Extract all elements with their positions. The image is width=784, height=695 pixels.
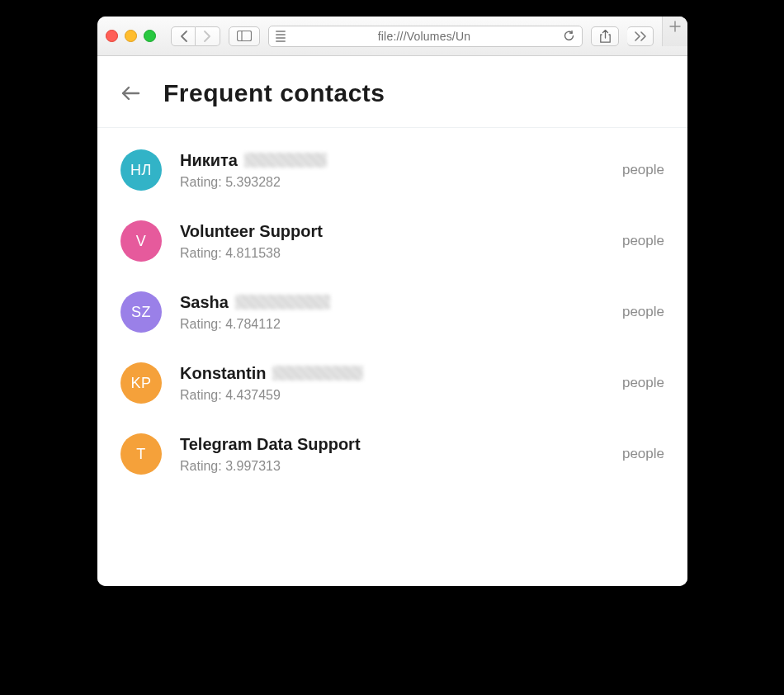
share-button[interactable] [591, 26, 619, 46]
window-titlebar: file:///Volumes/Un [97, 17, 687, 56]
browser-window: file:///Volumes/Un [97, 17, 687, 586]
plus-icon [669, 21, 681, 32]
minimize-window-button[interactable] [125, 30, 137, 42]
new-tab-button[interactable] [662, 17, 687, 46]
sidebar-icon [237, 31, 252, 41]
avatar: SZ [120, 291, 162, 333]
contact-type-tag: people [622, 162, 664, 178]
avatar: T [120, 433, 162, 475]
page-title: Frequent contacts [163, 79, 385, 107]
address-url: file:///Volumes/Un [294, 30, 555, 43]
contact-name: Volunteer Support [180, 222, 323, 241]
contact-rating: Rating: 4.437459 [180, 388, 604, 403]
contact-rating: Rating: 5.393282 [180, 175, 604, 190]
contact-type-tag: people [622, 375, 664, 391]
contact-main: Volunteer SupportRating: 4.811538 [180, 222, 604, 261]
contact-name: Telegram Data Support [180, 435, 361, 454]
contact-name-line: Konstantin [180, 364, 604, 383]
forward-button[interactable] [196, 26, 220, 46]
zoom-window-button[interactable] [144, 30, 156, 42]
back-button[interactable] [171, 26, 196, 46]
contact-name-line: Никита [180, 151, 604, 170]
toolbar-overflow-button[interactable] [627, 26, 654, 46]
redacted-surname [235, 295, 330, 310]
avatar: KP [120, 362, 162, 404]
avatar: V [120, 220, 162, 262]
contact-type-tag: people [622, 233, 664, 249]
contact-row[interactable]: VVolunteer SupportRating: 4.811538people [120, 206, 664, 277]
contact-name: Sasha [180, 293, 229, 312]
reload-icon [563, 30, 575, 42]
svg-rect-0 [238, 31, 252, 41]
contact-main: НикитаRating: 5.393282 [180, 151, 604, 190]
contact-main: KonstantinRating: 4.437459 [180, 364, 604, 403]
window-traffic-lights [106, 30, 156, 42]
page-header: Frequent contacts [97, 56, 687, 128]
arrow-left-icon [120, 85, 140, 102]
contact-name-line: Telegram Data Support [180, 435, 604, 454]
redacted-surname [244, 153, 327, 168]
contact-row[interactable]: KPKonstantinRating: 4.437459people [120, 348, 664, 418]
contact-row[interactable]: SZSashaRating: 4.784112people [120, 277, 664, 348]
nav-buttons [171, 26, 220, 46]
sidebar-toggle-button[interactable] [229, 26, 260, 46]
reload-button[interactable] [563, 30, 575, 42]
contact-main: Telegram Data SupportRating: 3.997313 [180, 435, 604, 474]
share-icon [600, 30, 611, 43]
redacted-surname [272, 366, 363, 381]
contact-name-line: Volunteer Support [180, 222, 604, 241]
contact-row[interactable]: НЛНикитаRating: 5.393282people [120, 135, 664, 206]
contact-name: Никита [180, 151, 238, 170]
contact-rating: Rating: 4.811538 [180, 246, 604, 261]
contact-name-line: Sasha [180, 293, 604, 312]
chevron-left-icon [180, 31, 187, 42]
contact-list: НЛНикитаRating: 5.393282peopleVVolunteer… [97, 128, 687, 496]
contact-type-tag: people [622, 446, 664, 462]
contact-rating: Rating: 4.784112 [180, 317, 604, 332]
close-window-button[interactable] [106, 30, 118, 42]
page-back-button[interactable] [120, 85, 140, 102]
contact-main: SashaRating: 4.784112 [180, 293, 604, 332]
chevron-double-right-icon [634, 31, 647, 41]
contact-type-tag: people [622, 304, 664, 320]
chevron-right-icon [204, 31, 211, 42]
contact-name: Konstantin [180, 364, 266, 383]
page-content: Frequent contacts НЛНикитаRating: 5.3932… [97, 56, 687, 586]
address-bar[interactable]: file:///Volumes/Un [268, 26, 583, 47]
contact-row[interactable]: TTelegram Data SupportRating: 3.997313pe… [120, 418, 664, 489]
reader-icon [276, 31, 286, 42]
contact-rating: Rating: 3.997313 [180, 459, 604, 474]
avatar: НЛ [120, 149, 162, 191]
